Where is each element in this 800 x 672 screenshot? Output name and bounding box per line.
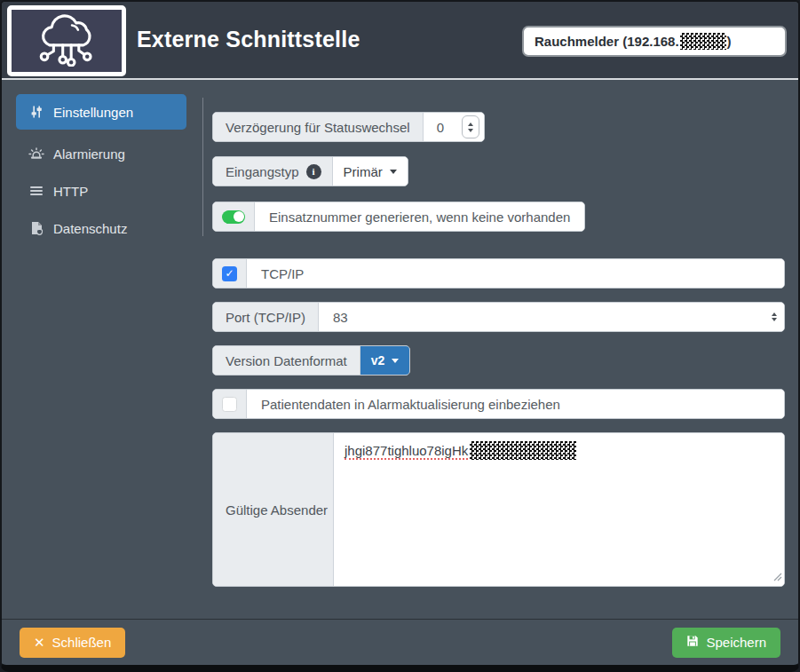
status-delay-input[interactable]: 0 [424, 113, 484, 141]
input-type-selected: Primär [344, 164, 383, 179]
port-input[interactable]: 83 [319, 303, 784, 331]
checkbox-checked[interactable]: ✓ [222, 266, 237, 281]
tcpip-label: TCP/IP [247, 259, 784, 288]
port-stepper[interactable] [772, 312, 777, 321]
status-delay-stepper[interactable] [462, 115, 479, 138]
tcpip-checkbox-cell: ✓ [213, 259, 247, 288]
sliders-icon [28, 105, 44, 119]
siren-icon [28, 146, 44, 161]
valid-senders-value: jhgi877tighluo78igHk [345, 443, 468, 460]
redacted-ip [680, 33, 726, 50]
stream-icon [28, 184, 44, 198]
info-icon[interactable]: i [306, 164, 321, 179]
sidebar-item-einstellungen[interactable]: Einstellungen [16, 94, 186, 130]
device-name-prefix: Rauchmelder (192.168. [535, 34, 679, 49]
device-selector[interactable]: Rauchmelder (192.168.) [522, 26, 787, 57]
save-floppy-icon [686, 635, 699, 650]
version-row: Version Datenformat v2 [212, 345, 785, 376]
port-row: Port (TCP/IP) 83 [212, 302, 785, 332]
status-delay-row: Verzögerung für Statuswechsel 0 [212, 112, 785, 142]
close-x-icon: ✕ [34, 635, 45, 651]
cloud-network-icon [26, 12, 107, 70]
app-logo [7, 5, 126, 76]
status-delay-value: 0 [437, 120, 444, 135]
port-label: Port (TCP/IP) [213, 303, 319, 331]
sidebar-item-label: Alarmierung [53, 146, 125, 162]
save-button-label: Speichern [706, 635, 766, 650]
input-type-label: Eingangstyp i [213, 157, 333, 186]
toggle-on[interactable] [222, 210, 245, 224]
close-button[interactable]: ✕ Schließen [20, 628, 125, 658]
status-delay-label: Verzögerung für Statuswechsel [213, 113, 424, 141]
sidebar-item-label: HTTP [53, 184, 88, 199]
content-area: Einstellungen Alarmierung [2, 80, 798, 619]
page-title: Externe Schnittstelle [137, 27, 360, 52]
valid-senders-textarea[interactable]: jhgi877tighluo78igHk [334, 433, 784, 586]
app-window: Externe Schnittstelle Rauchmelder (192.1… [0, 0, 800, 672]
header: Externe Schnittstelle Rauchmelder (192.1… [2, 2, 798, 80]
resize-handle-icon[interactable] [773, 569, 782, 584]
sidebar-item-label: Datenschutz [53, 221, 127, 236]
patient-data-checkbox-cell [213, 390, 247, 418]
close-button-label: Schließen [52, 635, 112, 650]
version-selected: v2 [371, 353, 385, 368]
generate-number-toggle-cell [213, 202, 255, 231]
input-type-label-text: Eingangstyp [226, 164, 299, 179]
chevron-down-icon [392, 359, 399, 363]
input-type-row: Eingangstyp i Primär [212, 156, 785, 186]
save-button[interactable]: Speichern [672, 628, 780, 658]
sidebar-item-datenschutz[interactable]: Datenschutz [16, 210, 186, 247]
checkbox-unchecked[interactable] [222, 397, 237, 412]
port-value: 83 [333, 310, 348, 325]
sidebar-item-alarmierung[interactable]: Alarmierung [16, 135, 186, 172]
generate-number-row: Einsatznummer generieren, wenn keine vor… [212, 202, 785, 232]
device-name-suffix: ) [727, 34, 732, 49]
patient-data-row: Patientendaten in Alarmaktualisierung ei… [212, 389, 785, 419]
valid-senders-row: Gültige Absender jhgi877tighluo78igHk [212, 432, 785, 587]
version-label: Version Datenformat [213, 346, 360, 375]
patient-data-label: Patientendaten in Alarmaktualisierung ei… [247, 390, 784, 418]
generate-number-label: Einsatznummer generieren, wenn keine vor… [255, 202, 584, 231]
settings-form: Verzögerung für Statuswechsel 0 Eingangs… [206, 80, 798, 619]
file-shield-icon [28, 221, 44, 235]
redacted-sender [470, 441, 576, 460]
input-type-dropdown[interactable]: Primär [333, 157, 408, 186]
chevron-down-icon [390, 170, 397, 174]
valid-senders-label: Gültige Absender [213, 433, 334, 586]
version-dropdown[interactable]: v2 [360, 346, 410, 375]
tcpip-row: ✓ TCP/IP [212, 258, 785, 289]
sidebar-item-label: Einstellungen [53, 105, 133, 120]
sidebar-item-http[interactable]: HTTP [16, 172, 186, 210]
sidebar: Einstellungen Alarmierung [2, 80, 206, 619]
footer: ✕ Schließen Speichern [2, 619, 798, 665]
